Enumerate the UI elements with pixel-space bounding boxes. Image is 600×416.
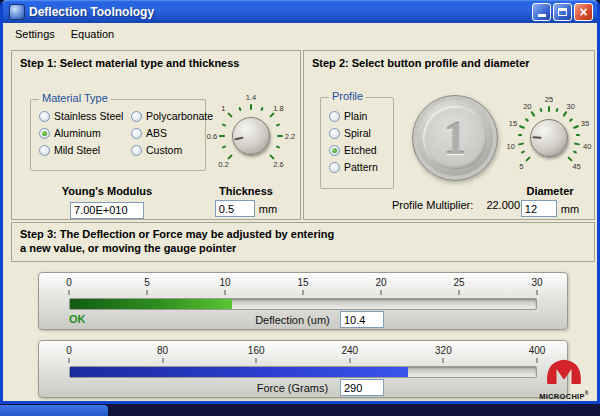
gauge-tick-label: 320 (435, 345, 452, 356)
radio-spiral[interactable]: Spiral (329, 127, 389, 139)
radio-custom[interactable]: Custom (131, 144, 207, 156)
diameter-input[interactable] (521, 200, 557, 217)
material-type-title: Material Type (39, 92, 111, 104)
step1-title: Step 1: Select material type and thickne… (12, 51, 300, 70)
radio-aluminum[interactable]: Aluminum (39, 127, 131, 139)
deflection-gauge: 051015202530 OK Deflection (um) (38, 272, 568, 330)
thickness-knob[interactable]: 0.20.611.41.82.22.6 (206, 91, 296, 181)
step1-groupbox: Step 1: Select material type and thickne… (11, 50, 301, 220)
minimize-button[interactable] (532, 3, 551, 21)
knob-tick-label: 0.6 (207, 132, 217, 141)
desktop: Deflection Toolnology Settings Equation … (0, 0, 600, 416)
radio-label: Mild Steel (54, 144, 100, 156)
radio-dot-icon (332, 148, 337, 153)
deflection-track[interactable] (69, 298, 537, 310)
gauge-tick (224, 290, 225, 295)
radio-circle-icon (131, 111, 142, 122)
radio-circle-icon (329, 111, 340, 122)
knob-tick-label: 15 (509, 119, 517, 128)
material-options: Stainless SteelPolycarbonateAluminumABSM… (31, 100, 205, 160)
gauge-tick (146, 290, 147, 295)
knob-tick (519, 125, 525, 129)
knob-pointer (532, 136, 541, 138)
step3-groupbox: Step 3: The Deflection or Force may be a… (11, 222, 595, 262)
knob-tick-label: 1.8 (273, 104, 283, 113)
knob-tick (576, 134, 580, 136)
minimize-icon (538, 14, 546, 17)
deflection-fill[interactable] (70, 299, 232, 309)
radio-label: Aluminum (54, 127, 101, 139)
gauge-tick (537, 290, 538, 295)
knob-tick (276, 145, 280, 148)
deflection-value-input[interactable] (340, 311, 384, 328)
gauge-tick (303, 290, 304, 295)
deflection-scale: 051015202530 (69, 277, 537, 297)
radio-circle-icon (131, 128, 142, 139)
gauge-tick-label: 0 (66, 277, 72, 288)
force-label: Force (Grams) (257, 382, 329, 394)
titlebar[interactable]: Deflection Toolnology (3, 0, 597, 23)
radio-polycarbonate[interactable]: Polycarbonate (131, 110, 207, 122)
diameter-knob[interactable]: 51015202530354045 (504, 93, 594, 183)
menu-equation[interactable]: Equation (63, 25, 122, 43)
background-window-fragment (0, 405, 108, 416)
gauge-tick-label: 20 (375, 277, 386, 288)
registered-mark: ® (585, 390, 589, 396)
knob-tick-label: 2.6 (273, 159, 283, 168)
close-button[interactable] (574, 3, 593, 21)
app-icon (9, 4, 25, 20)
gauge-tick-label: 25 (453, 277, 464, 288)
knob-tick (250, 104, 252, 110)
knob-tick-label: 40 (583, 141, 591, 150)
diameter-unit: mm (561, 203, 579, 215)
gauge-tick-label: 0 (66, 345, 72, 356)
knob-tick (238, 107, 241, 111)
close-icon (579, 3, 587, 21)
gauge-tick (443, 358, 444, 363)
radio-abs[interactable]: ABS (131, 127, 207, 139)
thickness-input[interactable] (215, 200, 255, 217)
radio-dot-icon (42, 131, 47, 136)
radio-mild-steel[interactable]: Mild Steel (39, 144, 131, 156)
client-area: Step 1: Select material type and thickne… (3, 44, 597, 401)
app-window: Deflection Toolnology Settings Equation … (0, 0, 600, 404)
profile-multiplier: Profile Multiplier: 22.000 (392, 199, 520, 211)
gauge-tick (69, 290, 70, 295)
knob-tick (260, 107, 263, 111)
knob-tick (521, 150, 525, 154)
microchip-logo: MICROCHIP® (534, 357, 594, 401)
force-fill[interactable] (70, 367, 408, 377)
force-track[interactable] (69, 366, 537, 378)
gauge-tick (459, 290, 460, 295)
radio-circle-icon (329, 145, 340, 156)
gauge-tick (69, 358, 70, 363)
knob-tick (228, 113, 234, 119)
radio-plain[interactable]: Plain (329, 110, 389, 122)
knob-dial[interactable] (232, 117, 270, 155)
knob-tick-label: 35 (581, 119, 589, 128)
gauge-tick-label: 160 (248, 345, 265, 356)
youngs-modulus-field: Young's Modulus (52, 185, 162, 219)
step2-title: Step 2: Select button profile and diamet… (304, 51, 594, 70)
knob-tick-label: 45 (572, 161, 580, 170)
step2-groupbox: Step 2: Select button profile and diamet… (303, 50, 595, 220)
gauge-tick (162, 358, 163, 363)
radio-label: Custom (146, 144, 182, 156)
knob-tick-label: 10 (507, 141, 515, 150)
menu-settings[interactable]: Settings (7, 25, 63, 43)
radio-circle-icon (329, 128, 340, 139)
knob-tick (539, 108, 542, 112)
radio-pattern[interactable]: Pattern (329, 161, 389, 173)
knob-tick (573, 125, 579, 129)
radio-label: Polycarbonate (146, 110, 213, 122)
knob-tick (530, 111, 535, 117)
radio-etched[interactable]: Etched (329, 144, 389, 156)
profile-options: PlainSpiralEtchedPattern (321, 98, 393, 177)
knob-tick-label: 0.2 (218, 159, 228, 168)
youngs-modulus-input[interactable] (70, 202, 144, 219)
maximize-button[interactable] (553, 3, 572, 21)
thickness-label: Thickness (198, 185, 294, 197)
radio-stainless-steel[interactable]: Stainless Steel (39, 110, 131, 122)
force-value-input[interactable] (340, 379, 384, 396)
radio-circle-icon (39, 111, 50, 122)
